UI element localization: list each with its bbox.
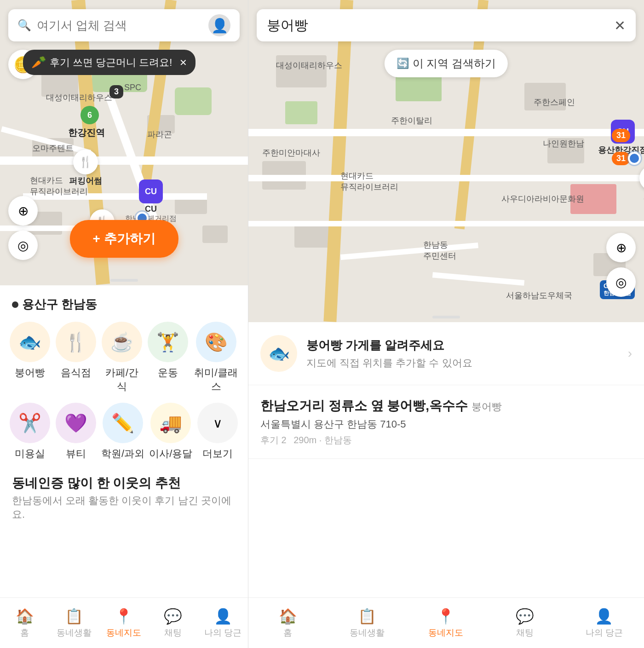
pukking-pin[interactable]: 🍴 퍼킹어썸 [69, 150, 102, 186]
mypage-icon-left: 👤 [214, 608, 232, 625]
left-search-bar[interactable]: 🔍 👤 [8, 9, 240, 41]
suggest-title: 붕어빵 가게를 알려주세요 [306, 337, 472, 353]
suggest-icon: 🐟 [260, 335, 297, 372]
home-ctrl-btn-right[interactable]: ⊕ [606, 233, 636, 262]
nav-chat-left[interactable]: 💬 채팅 [155, 608, 191, 639]
nav-community-right[interactable]: 📋 동네생활 [349, 608, 385, 639]
cat-label-workout: 운동 [158, 366, 178, 380]
cat-item-bungeoppang[interactable]: 🐟 붕어빵 [9, 322, 51, 393]
cu-badge: CU [139, 179, 163, 203]
cat-label-academy: 학원/과외 [101, 447, 144, 461]
right-panel: 대성이태리하우스 주한스페인 주한미안마대사 사우디아라비아문화원 나인원한남 … [248, 0, 644, 648]
right-bottom-nav: 🏠 홈 📋 동네생활 📍 동네지도 💬 채팅 👤 나의 당근 [248, 597, 644, 648]
nav-chat-label-left: 채팅 [164, 627, 182, 639]
label-saudi: 사우디아라비아문화원 [501, 193, 584, 204]
price-sticker-2: 31 [612, 152, 630, 165]
cat-icon-hairsalon: ✂️ [10, 403, 50, 443]
cat-item-workout[interactable]: 🏋️ 운동 [147, 322, 189, 393]
nav-home-left[interactable]: 🏠 홈 [6, 608, 43, 639]
nav-home-right[interactable]: 🏠 홈 [270, 608, 306, 639]
mypage-icon-right: 👤 [595, 608, 613, 625]
cu-label: CU [145, 204, 157, 214]
left-panel: SPC 파라곤 대성이태리하우스 현대카드뮤직라이브러리 오마주텐트 6 한강진… [0, 0, 248, 648]
avatar[interactable]: 👤 [208, 14, 230, 36]
location-bar: 용산구 한남동 [0, 285, 248, 317]
tooltip-text: 후기 쓰면 당근머니 드려요! [50, 56, 172, 69]
suggest-sub: 지도에 직접 위치를 추가할 수 있어요 [306, 356, 472, 370]
cu-pin-left[interactable]: CU CU 한남카페거리점 [125, 179, 177, 224]
chat-icon-left: 💬 [164, 608, 182, 625]
home-ctrl-btn[interactable]: ⊕ [8, 196, 38, 226]
suggest-text: 붕어빵 가게를 알려주세요 지도에 직접 위치를 추가할 수 있어요 [306, 337, 472, 370]
pukking-icon: 🍴 [73, 150, 98, 174]
cat-icon-moving: 🚚 [150, 403, 191, 443]
section-sub: 한남동에서 오래 활동한 이웃이 후기 남긴 곳이에요. [0, 494, 248, 529]
nav-chat-label-right: 채팅 [516, 627, 534, 639]
label-paragon: 파라곤 [147, 129, 172, 140]
cat-label-hairsalon: 미용실 [15, 447, 45, 461]
left-bottom-sheet: 용산구 한남동 🐟 붕어빵 🍴 음식점 ☕ 카페/간식 🏋️ 운동 🎨 취 [0, 285, 248, 648]
pukking-label: 퍼킹어썸 [69, 175, 102, 186]
label-spc: SPC [124, 83, 141, 93]
location-ctrl-btn-right[interactable]: ◎ [606, 267, 636, 297]
cat-label-bungeoppang: 붕어빵 [15, 366, 45, 380]
refresh-icon: 🔄 [397, 58, 409, 69]
map-icon-right: 📍 [437, 608, 455, 625]
nav-chat-right[interactable]: 💬 채팅 [506, 608, 543, 639]
community-icon-right: 📋 [358, 608, 376, 625]
num-badge-3: 3 [109, 85, 123, 98]
map-icon-left: 📍 [115, 608, 133, 625]
cat-icon-workout: 🏋️ [148, 322, 188, 362]
result-title-main: 한남오거리 정류소 옆 붕어빵,옥수수 [260, 397, 468, 415]
nav-home-label-right: 홈 [283, 627, 292, 639]
cat-item-moving[interactable]: 🚚 이사/용달 [149, 403, 192, 461]
nav-map-right[interactable]: 📍 동네지도 [427, 608, 464, 639]
result-address: 서울특별시 용산구 한남동 710-5 [260, 417, 632, 431]
cat-item-more[interactable]: ∨ 더보기 [197, 403, 238, 461]
category-row-1: 🐟 붕어빵 🍴 음식점 ☕ 카페/간식 🏋️ 운동 🎨 취미/클래스 [0, 317, 248, 398]
right-search-bar[interactable]: ✕ [257, 9, 636, 41]
location-dot [12, 301, 18, 308]
sirak-icon-right: 🍴 [639, 166, 644, 191]
home-icon-right: 🏠 [279, 608, 297, 625]
cat-item-cafe[interactable]: ☕ 카페/간식 [101, 322, 143, 393]
section-title: 동네인증 많이 한 이웃의 추천 [0, 465, 248, 494]
right-search-input[interactable] [267, 17, 614, 33]
nav-map-left[interactable]: 📍 동네지도 [105, 608, 142, 639]
chat-icon-right: 💬 [516, 608, 534, 625]
label-juhan-spain: 주한스페인 [534, 97, 575, 108]
result-distance: 290m · 한남동 [293, 435, 352, 445]
nav-mypage-right[interactable]: 👤 나의 당근 [586, 608, 623, 639]
result-item[interactable]: 한남오거리 정류소 옆 붕어빵,옥수수 붕어빵 서울특별시 용산구 한남동 71… [248, 385, 644, 459]
nav-map-label-left: 동네지도 [106, 627, 141, 639]
cat-item-restaurant[interactable]: 🍴 음식점 [55, 322, 97, 393]
cat-icon-beauty: 💜 [56, 403, 96, 443]
nav-home-label-left: 홈 [20, 627, 29, 639]
label-seoul-post: 서울하남도우체국 [506, 290, 572, 301]
label-omage: 오마주텐트 [32, 143, 74, 154]
cat-item-academy[interactable]: ✏️ 학원/과외 [101, 403, 144, 461]
tooltip-close[interactable]: ✕ [179, 57, 187, 68]
cat-label-beauty: 뷰티 [66, 447, 86, 461]
scroll-handle-right [432, 316, 460, 318]
cat-item-hairsalon[interactable]: ✂️ 미용실 [9, 403, 51, 461]
label-juhan-italy: 주한이탈리 [391, 115, 432, 126]
blue-dot-right [628, 152, 641, 165]
search-close-btn[interactable]: ✕ [614, 17, 626, 34]
region-search-btn[interactable]: 🔄 이 지역 검색하기 [385, 50, 508, 77]
result-review: 후기 2 [260, 435, 287, 445]
cat-icon-bungeoppang: 🐟 [10, 322, 50, 362]
location-ctrl-btn[interactable]: ◎ [8, 231, 38, 260]
cat-icon-restaurant: 🍴 [56, 322, 96, 362]
suggest-arrow-icon: › [628, 346, 632, 361]
sirak-pin-right[interactable]: 🍴 시락 [639, 166, 644, 202]
subway-badge: 6 [80, 106, 99, 124]
search-input[interactable] [37, 18, 208, 33]
nav-community-left[interactable]: 📋 동네생활 [56, 608, 92, 639]
suggest-card[interactable]: 🐟 붕어빵 가게를 알려주세요 지도에 직접 위치를 추가할 수 있어요 › [248, 322, 644, 385]
add-button[interactable]: + 추가하기 [69, 220, 178, 258]
cat-item-hobby[interactable]: 🎨 취미/클래스 [193, 322, 239, 393]
cat-item-beauty[interactable]: 💜 뷰티 [55, 403, 97, 461]
cat-label-restaurant: 음식점 [61, 366, 91, 380]
nav-mypage-left[interactable]: 👤 나의 당근 [204, 608, 242, 639]
